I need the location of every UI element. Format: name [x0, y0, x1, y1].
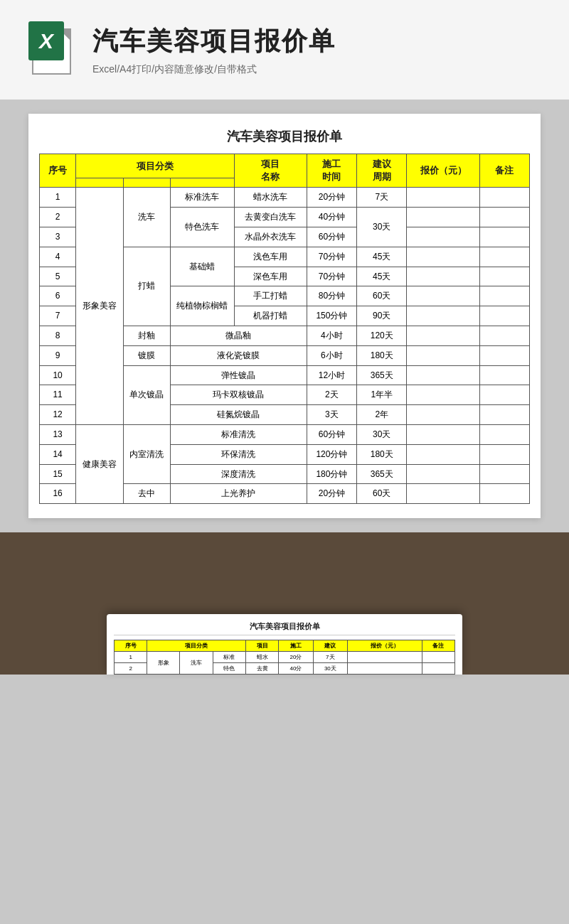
cat3-15: 深度清洗 [171, 464, 307, 484]
main-document: 汽车美容项目报价单 序号 项目分类 项目 名称 施工 时间 建议 周期 报价（元… [28, 114, 541, 518]
cycle-2: 30天 [357, 208, 407, 247]
seq-13: 13 [40, 424, 76, 444]
note-11 [479, 385, 529, 405]
prev-col-seq: 序号 [115, 640, 147, 651]
prev-col-cat: 项目分类 [147, 640, 246, 651]
price-8 [407, 326, 479, 345]
cycle-4: 45天 [357, 247, 407, 267]
cycle-15: 365天 [357, 464, 407, 484]
cycle-8: 120天 [357, 326, 407, 345]
note-6 [479, 286, 529, 306]
cycle-14: 180天 [357, 444, 407, 464]
price-4 [407, 247, 479, 267]
time-13: 60分钟 [307, 424, 356, 444]
seq-6: 6 [40, 286, 76, 306]
seq-2: 2 [40, 208, 76, 227]
time-8: 4小时 [307, 326, 356, 345]
prev-row: 1 形象 洗车 标准 蜡水 20分 7天 [115, 651, 455, 662]
note-16 [479, 484, 529, 504]
name-7: 机器打蜡 [234, 306, 307, 326]
note-4 [479, 247, 529, 267]
name-6: 手工打蜡 [234, 286, 307, 306]
cat3-12: 硅氮烷镀晶 [171, 405, 307, 425]
price-1 [407, 188, 479, 208]
cat2-13: 内室清洗 [123, 424, 170, 483]
cat3-14: 环保清洗 [171, 444, 307, 464]
col-seq-header: 序号 [40, 154, 76, 188]
price-13 [407, 424, 479, 444]
cat3-4: 基础蜡 [171, 247, 234, 286]
page-title: 汽车美容项目报价单 [92, 24, 336, 59]
cycle-1: 7天 [357, 188, 407, 208]
seq-9: 9 [40, 345, 76, 365]
note-10 [479, 365, 529, 385]
time-2: 40分钟 [307, 208, 356, 227]
cat2-16: 去中 [123, 484, 170, 504]
cat1-13: 健康美容 [76, 424, 123, 503]
seq-11: 11 [40, 385, 76, 405]
name-5: 深色车用 [234, 267, 307, 286]
cycle-7: 90天 [357, 306, 407, 326]
price-3 [407, 227, 479, 247]
prev-col-item: 项目 [245, 640, 278, 651]
price-5 [407, 267, 479, 286]
seq-3: 3 [40, 227, 76, 247]
prev-col-time: 施工 [279, 640, 313, 651]
seq-12: 12 [40, 405, 76, 425]
cycle-6: 60天 [357, 286, 407, 306]
cat2-4: 打蜡 [123, 247, 170, 326]
time-3: 60分钟 [307, 227, 356, 247]
prev-col-cycle: 建议 [313, 640, 347, 651]
price-10 [407, 365, 479, 385]
col-cat1-sub [76, 178, 123, 188]
price-7 [407, 306, 479, 326]
price-16 [407, 484, 479, 504]
note-15 [479, 464, 529, 484]
bottom-preview-area: 汽车美容项目报价单 序号 项目分类 项目 施工 建议 报价（元） 备注 1 形象… [0, 532, 569, 675]
note-14 [479, 444, 529, 464]
time-9: 6小时 [307, 345, 356, 365]
note-8 [479, 326, 529, 345]
preview-table: 序号 项目分类 项目 施工 建议 报价（元） 备注 1 形象 洗车 标准 蜡水 … [114, 640, 455, 675]
price-14 [407, 444, 479, 464]
cat2-9: 镀膜 [123, 345, 170, 365]
cycle-13: 30天 [357, 424, 407, 444]
note-2 [479, 208, 529, 227]
cat3-1: 标准洗车 [171, 188, 234, 208]
col-itemname-header: 项目 名称 [234, 154, 307, 188]
note-5 [479, 267, 529, 286]
price-11 [407, 385, 479, 405]
name-2: 去黄变白洗车 [234, 208, 307, 227]
cycle-12: 2年 [357, 405, 407, 425]
table-row: 1 形象美容 洗车 标准洗车 蜡水洗车 20分钟 7天 [40, 188, 530, 208]
col-category-header: 项目分类 [76, 154, 234, 178]
seq-16: 16 [40, 484, 76, 504]
time-11: 2天 [307, 385, 356, 405]
time-1: 20分钟 [307, 188, 356, 208]
seq-1: 1 [40, 188, 76, 208]
cat3-2: 特色洗车 [171, 208, 234, 247]
price-15 [407, 464, 479, 484]
time-12: 3天 [307, 405, 356, 425]
preview-doc-title: 汽车美容项目报价单 [114, 621, 455, 635]
name-4: 浅色车用 [234, 247, 307, 267]
time-16: 20分钟 [307, 484, 356, 504]
name-3: 水晶外衣洗车 [234, 227, 307, 247]
note-7 [479, 306, 529, 326]
seq-8: 8 [40, 326, 76, 345]
note-12 [479, 405, 529, 425]
seq-4: 4 [40, 247, 76, 267]
cat3-16: 上光养护 [171, 484, 307, 504]
cat2-1: 洗车 [123, 188, 170, 247]
page-subtitle: Excel/A4打印/内容随意修改/自带格式 [92, 63, 336, 76]
time-10: 12小时 [307, 365, 356, 385]
doc-title: 汽车美容项目报价单 [39, 128, 530, 145]
cycle-9: 180天 [357, 345, 407, 365]
note-13 [479, 424, 529, 444]
cat2-10: 单次镀晶 [123, 365, 170, 424]
price-9 [407, 345, 479, 365]
price-6 [407, 286, 479, 306]
time-15: 180分钟 [307, 464, 356, 484]
col-price-header: 报价（元） [407, 154, 479, 188]
price-2 [407, 208, 479, 227]
